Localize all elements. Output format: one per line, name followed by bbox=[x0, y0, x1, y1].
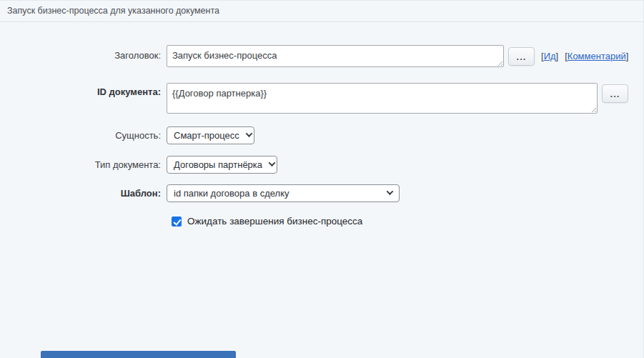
chevron-down-icon bbox=[245, 130, 252, 137]
id-link[interactable]: [Ид] bbox=[541, 51, 558, 61]
template-field-label: Шаблон: bbox=[0, 184, 167, 202]
entity-field-row: Сущность: Смарт-процесс bbox=[0, 126, 254, 144]
chevron-down-icon bbox=[269, 159, 276, 166]
bottom-blue-bar[interactable] bbox=[41, 351, 236, 358]
document-id-textarea-wrap: {{Договор партнерка}} bbox=[167, 83, 598, 114]
dialog-title: Запуск бизнес-процесса для указанного до… bbox=[0, 1, 643, 22]
wait-checkbox-label: Ожидать завершения бизнес-процесса bbox=[187, 216, 362, 227]
entity-select-value: Смарт-процесс bbox=[174, 130, 239, 141]
document-type-select-value: Договоры партнёрка bbox=[174, 159, 262, 170]
chevron-down-icon bbox=[387, 188, 394, 195]
title-field-label: Заголовок: bbox=[0, 45, 167, 66]
document-type-field-label: Тип документа: bbox=[0, 156, 167, 174]
document-id-field-label: ID документа: bbox=[0, 83, 167, 97]
template-field-row: Шаблон: id папки договора в сделку bbox=[0, 184, 400, 202]
document-id-input[interactable]: {{Договор партнерка}} bbox=[167, 83, 598, 114]
template-select[interactable]: id папки договора в сделку bbox=[167, 184, 400, 202]
title-more-button[interactable]: ... bbox=[508, 47, 535, 66]
wait-checkbox[interactable] bbox=[172, 217, 182, 227]
template-select-value: id папки договора в сделку bbox=[174, 188, 289, 199]
document-id-field-row: ID документа: {{Договор партнерка}} ... bbox=[0, 83, 628, 114]
title-input[interactable]: Запуск бизнес-процесса bbox=[167, 45, 504, 67]
document-id-more-button[interactable]: ... bbox=[602, 84, 628, 103]
entity-field-label: Сущность: bbox=[0, 126, 167, 144]
entity-select[interactable]: Смарт-процесс bbox=[167, 126, 254, 144]
title-field-row: Заголовок: Запуск бизнес-процесса ... [И… bbox=[0, 45, 628, 67]
document-type-field-row: Тип документа: Договоры партнёрка bbox=[0, 156, 277, 174]
business-process-dialog: Запуск бизнес-процесса для указанного до… bbox=[0, 0, 644, 358]
comment-link[interactable]: [Комментарий] bbox=[565, 51, 628, 61]
document-type-select[interactable]: Договоры партнёрка bbox=[167, 156, 277, 174]
title-textarea-wrap: Запуск бизнес-процесса bbox=[167, 45, 504, 67]
title-field-links: [Ид] [Комментарий] bbox=[541, 45, 628, 66]
wait-checkbox-row: Ожидать завершения бизнес-процесса bbox=[172, 216, 362, 227]
